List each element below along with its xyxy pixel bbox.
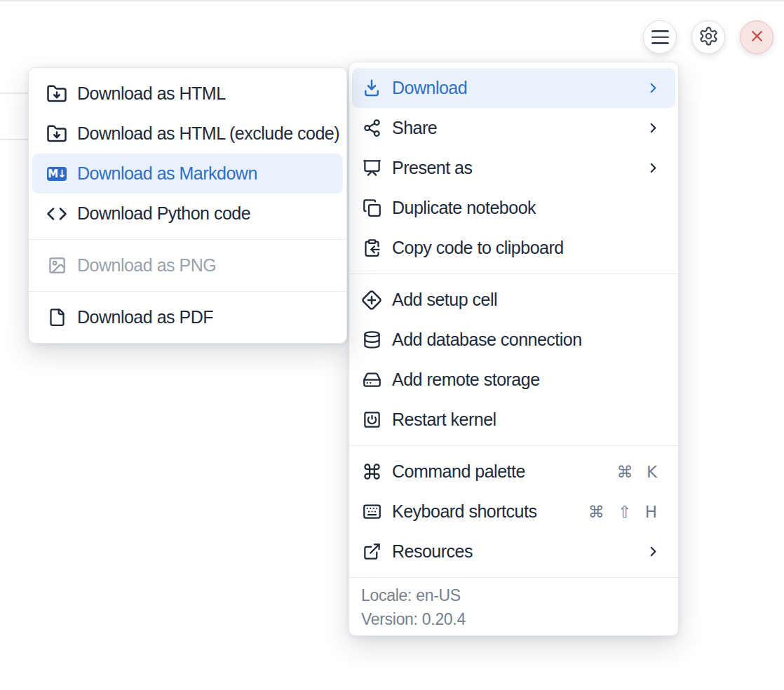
folder-down-icon	[46, 123, 67, 144]
page-top-divider	[0, 0, 784, 1]
chevron-right-icon	[645, 80, 661, 96]
version-text: Version: 0.20.4	[349, 607, 678, 631]
menu-item-label: Present as	[392, 158, 473, 178]
menu-item-label: Restart kernel	[392, 410, 496, 430]
menu-item-label: Download as Markdown	[77, 163, 257, 184]
presentation-icon	[361, 158, 382, 179]
menu-item-download-as-html[interactable]: Download as HTML	[29, 74, 346, 114]
download-submenu: Download as HTML Download as HTML (exclu…	[28, 67, 347, 344]
menu-item-label: Add setup cell	[392, 290, 497, 310]
menu-item-label: Copy code to clipboard	[392, 238, 564, 258]
menu-item-label: Download as HTML	[77, 83, 226, 104]
menu-section: Download as PNG	[29, 240, 346, 291]
menu-item-label: Download as PNG	[77, 255, 216, 276]
menu-item-download-as-markdown[interactable]: M↓ Download as Markdown	[32, 154, 343, 194]
share-icon	[361, 118, 382, 139]
menu-item-resources[interactable]: Resources	[349, 532, 678, 571]
menu-item-label: Download	[392, 78, 467, 98]
settings-button[interactable]	[691, 20, 725, 54]
app-background: { "toolbar": { "buttons": [ { "name": "m…	[0, 0, 784, 690]
menu-item-label: Command palette	[392, 461, 525, 482]
menu-item-label: Download as PDF	[77, 307, 213, 327]
background-cell-divider	[0, 139, 29, 140]
menu-item-label: Add remote storage	[392, 370, 540, 390]
menu-item-label: Keyboard shortcuts	[392, 501, 536, 522]
square-power-icon	[361, 410, 382, 431]
menu-item-download[interactable]: Download	[352, 68, 675, 108]
menu-item-label: Add database connection	[392, 330, 582, 350]
menu-item-restart-kernel[interactable]: Restart kernel	[349, 400, 678, 440]
code-icon	[46, 203, 67, 224]
menu-item-download-python-code[interactable]: Download Python code	[29, 194, 346, 234]
menu-section: Download as PDF	[29, 292, 346, 343]
markdown-badge-glyph: M↓	[47, 167, 67, 181]
menu-section: Download as HTML Download as HTML (exclu…	[29, 68, 346, 239]
menu-item-add-setup-cell[interactable]: Add setup cell	[349, 280, 678, 320]
background-cell-divider	[0, 93, 29, 94]
file-icon	[46, 307, 67, 328]
menu-item-add-database-connection[interactable]: Add database connection	[349, 320, 678, 360]
clipboard-copy-icon	[361, 238, 382, 259]
keyboard-icon	[361, 501, 382, 522]
menu-item-download-as-html-exclude-code[interactable]: Download as HTML (exclude code)	[29, 114, 346, 154]
menu-item-label: Share	[392, 118, 437, 138]
notebook-actions-menu: Download Share Present as	[349, 62, 679, 636]
download-icon	[361, 78, 382, 99]
menu-item-share[interactable]: Share	[349, 108, 678, 148]
diamond-plus-icon	[361, 290, 382, 311]
keyboard-shortcut: ⌘ K	[617, 463, 661, 481]
menu-footer: Locale: en-US Version: 0.20.4	[349, 578, 678, 635]
menu-item-label: Download as HTML (exclude code)	[77, 123, 339, 144]
notebook-menu-button[interactable]	[643, 20, 677, 54]
menu-section: Download Share Present as	[349, 62, 678, 273]
menu-item-label: Duplicate notebook	[392, 198, 536, 218]
floating-toolbar	[643, 20, 773, 54]
copy-icon	[361, 198, 382, 219]
menu-item-label: Download Python code	[77, 203, 250, 224]
menu-item-keyboard-shortcuts[interactable]: Keyboard shortcuts ⌘ ⇧ H	[349, 492, 678, 532]
locale-text: Locale: en-US	[349, 583, 678, 607]
menu-section: Add setup cell Add database connection A…	[349, 274, 678, 445]
markdown-badge-icon: M↓	[46, 163, 67, 184]
database-icon	[361, 330, 382, 351]
command-icon	[361, 461, 382, 482]
chevron-right-icon	[645, 543, 661, 560]
hamburger-icon	[651, 30, 669, 44]
menu-item-command-palette[interactable]: Command palette ⌘ K	[349, 452, 678, 492]
hard-drive-icon	[361, 370, 382, 391]
external-link-icon	[361, 541, 382, 562]
menu-item-download-as-pdf[interactable]: Download as PDF	[29, 297, 346, 337]
menu-item-add-remote-storage[interactable]: Add remote storage	[349, 360, 678, 400]
menu-item-duplicate-notebook[interactable]: Duplicate notebook	[349, 188, 678, 228]
chevron-right-icon	[645, 160, 661, 176]
image-icon	[46, 255, 67, 276]
close-button[interactable]	[740, 20, 773, 54]
gear-icon	[698, 26, 719, 49]
menu-section: Command palette ⌘ K Keyboard shortcuts ⌘…	[349, 446, 678, 577]
folder-down-icon	[46, 83, 67, 104]
close-icon	[748, 27, 766, 48]
menu-item-copy-code[interactable]: Copy code to clipboard	[349, 228, 678, 268]
keyboard-shortcut: ⌘ ⇧ H	[588, 503, 661, 521]
menu-item-label: Resources	[392, 541, 473, 562]
menu-item-download-as-png: Download as PNG	[29, 245, 346, 285]
menu-item-present-as[interactable]: Present as	[349, 148, 678, 188]
chevron-right-icon	[645, 120, 661, 136]
